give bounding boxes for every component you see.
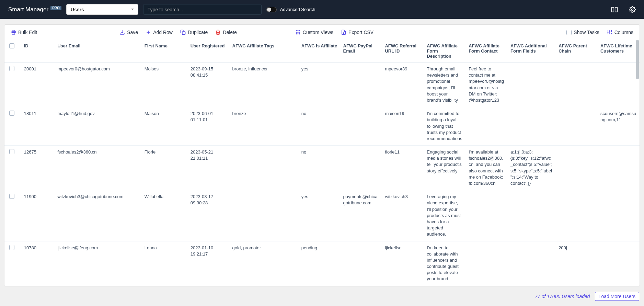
custom-views-button[interactable]: Custom Views [295,30,333,35]
cell-paypal[interactable] [341,63,382,107]
cell-first-name[interactable]: Moises [142,63,188,107]
cell-lifetime[interactable]: scousern@samsung.com,11 [598,107,640,146]
cell-parent[interactable] [556,190,598,241]
row-checkbox[interactable] [9,245,14,250]
cell-lifetime[interactable] [598,190,640,241]
cell-form-desc[interactable]: I'm keen to collaborate with influencers… [424,241,466,286]
col-additional[interactable]: AFWC Additional Form Fields [508,40,556,63]
cell-additional[interactable] [508,190,556,241]
load-more-button[interactable]: Load More Users [595,292,639,301]
cell-id[interactable]: 11900 [21,190,55,241]
cell-form-contact[interactable] [466,241,508,286]
cell-tags[interactable] [230,190,299,241]
cell-email[interactable]: mpeevor0@hostgator.com [55,63,141,107]
toggle-switch[interactable] [266,7,277,12]
cell-referral-id[interactable]: ljickellse [382,241,424,286]
table-row[interactable]: 20001 mpeevor0@hostgator.com Moises 2023… [4,63,640,107]
col-id[interactable]: ID [21,40,55,63]
col-first-name[interactable]: First Name [142,40,188,63]
cell-tags[interactable]: bronze, influencer [230,63,299,107]
cell-form-desc[interactable]: Leveraging my niche expertise, I'll posi… [424,190,466,241]
cell-referral-id[interactable]: florie11 [382,146,424,190]
select-all-checkbox[interactable] [9,43,14,48]
cell-id[interactable]: 12675 [21,146,55,190]
table-row[interactable]: 12675 fschoales2@360.cn Florie 2023-05-2… [4,146,640,190]
checkbox-icon[interactable] [566,30,572,35]
cell-form-contact[interactable]: I'm available at fschoales2@360.cn, and … [466,146,508,190]
columns-button[interactable]: Columns [607,30,633,35]
col-tags[interactable]: AFWC Affiliate Tags [230,40,299,63]
cell-email[interactable]: maylott1@hud.gov [55,107,141,146]
cell-form-contact[interactable] [466,107,508,146]
cell-tags[interactable]: gold, promoter [230,241,299,286]
col-referral-url[interactable]: AFWC Referral URL ID [382,40,424,63]
cell-lifetime[interactable] [598,146,640,190]
cell-additional[interactable] [508,63,556,107]
cell-registered[interactable]: 2023-01-10 19:21:17 [188,241,230,286]
cell-id[interactable]: 20001 [21,63,55,107]
table-row[interactable]: 18011 maylott1@hud.gov Maison 2023-06-01… [4,107,640,146]
cell-form-contact[interactable] [466,190,508,241]
cell-registered[interactable]: 2023-06-01 01:11:01 [188,107,230,146]
col-email[interactable]: User Email [55,40,141,63]
cell-is-affiliate[interactable]: yes [299,190,341,241]
row-checkbox[interactable] [9,111,14,116]
cell-referral-id[interactable]: witzkovich3 [382,190,424,241]
col-parent-chain[interactable]: AFWC Parent Chain [556,40,598,63]
table-row[interactable]: 11900 witzkovich3@chicagotribune.com Wil… [4,190,640,241]
cell-lifetime[interactable] [598,63,640,107]
row-checkbox[interactable] [9,149,14,154]
cell-parent[interactable]: 200| [556,241,598,286]
cell-additional[interactable] [508,107,556,146]
cell-is-affiliate[interactable]: pending [299,241,341,286]
cell-parent[interactable] [556,63,598,107]
cell-first-name[interactable]: Florie [142,146,188,190]
cell-registered[interactable]: 2023-03-17 09:30:28 [188,190,230,241]
col-form-desc[interactable]: AFWC Affiliate Form Description [424,40,466,63]
cell-first-name[interactable]: Willabella [142,190,188,241]
cell-additional[interactable]: a:1:{i:0;a:3:{s:3:"key";s:12:"afwc_conta… [508,146,556,190]
row-checkbox[interactable] [9,66,14,71]
cell-form-desc[interactable]: Engaging social media stories will tell … [424,146,466,190]
cell-form-contact[interactable]: Feel free to contact me at mpeevor0@host… [466,63,508,107]
cell-is-affiliate[interactable]: yes [299,63,341,107]
bulk-edit-button[interactable]: Bulk Edit [11,30,37,35]
gear-icon[interactable] [629,6,636,13]
advanced-search-toggle[interactable]: Advanced Search [266,7,315,12]
row-checkbox[interactable] [9,194,14,199]
col-is-affiliate[interactable]: AFWC Is Affiliate [299,40,341,63]
cell-is-affiliate[interactable]: no [299,146,341,190]
scrollbar-thumb[interactable] [636,40,639,79]
cell-id[interactable]: 10780 [21,241,55,286]
docs-icon[interactable] [611,6,618,13]
duplicate-button[interactable]: Duplicate [180,30,208,35]
cell-email[interactable]: ljickellse@ifeng.com [55,241,141,286]
cell-id[interactable]: 18011 [21,107,55,146]
cell-email[interactable]: fschoales2@360.cn [55,146,141,190]
cell-email[interactable]: witzkovich3@chicagotribune.com [55,190,141,241]
cell-form-desc[interactable]: Through email newsletters and promotiona… [424,63,466,107]
save-button[interactable]: Save [119,30,138,35]
cell-lifetime[interactable] [598,241,640,286]
cell-referral-id[interactable]: maison19 [382,107,424,146]
dashboard-select[interactable]: Users [66,4,138,15]
add-row-button[interactable]: Add Row [146,30,173,35]
cell-registered[interactable]: 2023-09-15 08:41:15 [188,63,230,107]
cell-tags[interactable]: bronze [230,107,299,146]
cell-referral-id[interactable]: mpeevor39 [382,63,424,107]
search-input[interactable] [143,4,262,15]
cell-registered[interactable]: 2023-05-21 21:01:11 [188,146,230,190]
cell-paypal[interactable] [341,241,382,286]
cell-parent[interactable] [556,107,598,146]
cell-paypal[interactable]: payments@chicagotribune.com [341,190,382,241]
col-form-contact[interactable]: AFWC Affiliate Form Contact [466,40,508,63]
cell-first-name[interactable]: Lonna [142,241,188,286]
cell-parent[interactable] [556,146,598,190]
cell-first-name[interactable]: Maison [142,107,188,146]
delete-button[interactable]: Delete [215,30,237,35]
cell-additional[interactable] [508,241,556,286]
cell-tags[interactable] [230,146,299,190]
cell-paypal[interactable] [341,146,382,190]
cell-paypal[interactable] [341,107,382,146]
export-csv-button[interactable]: Export CSV [341,30,373,35]
